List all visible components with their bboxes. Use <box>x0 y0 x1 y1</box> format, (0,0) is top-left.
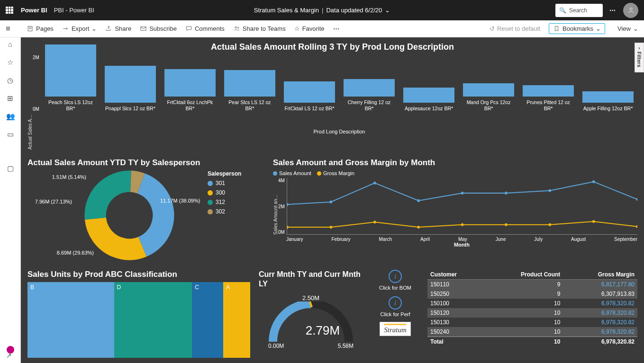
svg-point-0 <box>630 8 632 10</box>
expand-icon[interactable]: ↗ <box>6 352 12 359</box>
table-row[interactable]: 150130106,978,320.82 <box>427 318 637 327</box>
treemap-cell[interactable]: A <box>223 282 250 358</box>
learn-icon[interactable]: ▭ <box>6 130 15 139</box>
legend-item[interactable]: 302 <box>208 208 241 215</box>
favorite-button[interactable]: ☆Favorite <box>294 25 325 32</box>
svg-point-12 <box>330 201 333 204</box>
bar[interactable]: Pear Slcs LS 12 oz BR* <box>224 70 275 112</box>
table-row[interactable]: 150120106,978,320.82 <box>427 308 637 318</box>
bookmarks-button[interactable]: Bookmarks⌄ <box>549 23 605 34</box>
line-x-axis-label: Month <box>286 242 637 248</box>
home-icon[interactable]: ⌂ <box>6 40 15 49</box>
data-updated: Data updated 6/2/20 <box>326 7 382 14</box>
legend-item[interactable]: 312 <box>208 199 241 205</box>
svg-point-16 <box>505 192 508 195</box>
donut-chart[interactable]: Actual Sales Amount YTD TY by Salesperso… <box>27 158 264 260</box>
reset-icon: ↺ <box>490 25 495 32</box>
col-margin[interactable]: Gross Margin <box>563 270 637 280</box>
share-teams-button[interactable]: Share to Teams <box>233 25 286 32</box>
bar[interactable]: Applesauce 12oz BR* <box>403 88 454 112</box>
table-row[interactable]: 15011096,817,177.80 <box>427 280 637 290</box>
col-count[interactable]: Product Count <box>484 270 563 280</box>
search-placeholder: Search <box>569 7 587 14</box>
gauge-max: 5.58M <box>338 343 354 349</box>
search-input[interactable]: 🔍 Search <box>555 4 603 17</box>
svg-point-13 <box>373 182 376 185</box>
treemap-chart[interactable]: Sales Units by Prod ABC Classification B… <box>27 270 250 358</box>
star-icon: ☆ <box>294 25 300 32</box>
chevron-down-icon: ⌄ <box>91 25 97 32</box>
svg-point-17 <box>548 189 551 192</box>
bar[interactable]: Mand Org Pcs 12oz BR* <box>463 83 514 112</box>
svg-point-11 <box>287 203 289 206</box>
report-title-dropdown[interactable]: Stratum Sales & Margin | Data updated 6/… <box>254 7 390 14</box>
bar-chart[interactable]: Actual Sales A… 2M0M Peach Slcs LS 12oz … <box>27 55 637 150</box>
workspaces-icon[interactable]: ▢ <box>6 164 15 173</box>
gauge-chart[interactable]: Curr Mnth TY and Curr Mnth LY 2.50M 2.79… <box>259 270 363 360</box>
bar[interactable]: FrtCktail LS 12 oz BR* <box>284 81 335 112</box>
comments-button[interactable]: Comments <box>185 25 225 32</box>
table-row[interactable]: 150100106,978,320.82 <box>427 299 637 308</box>
svg-point-23 <box>417 226 420 229</box>
hamburger-icon[interactable]: ≡ <box>6 24 10 33</box>
gauge-min: 0.00M <box>268 343 284 349</box>
more-options-icon[interactable]: ⋯ <box>609 7 617 14</box>
info-bom-button[interactable]: i <box>389 270 402 283</box>
app-name: Power BI <box>21 7 47 14</box>
favorites-icon[interactable]: ☆ <box>6 58 15 67</box>
svg-point-19 <box>636 198 637 201</box>
pages-button[interactable]: Pages <box>27 25 54 32</box>
treemap-cell[interactable]: B <box>27 282 114 358</box>
line-y-axis-label: Sales Amount an… <box>273 178 278 235</box>
bar[interactable]: Cherry Filling 12 oz BR* <box>344 79 395 112</box>
col-customer[interactable]: Customer <box>427 270 484 280</box>
table-row[interactable]: 15025096,307,913.83 <box>427 289 637 299</box>
avatar[interactable] <box>623 3 638 18</box>
shared-icon[interactable]: 👥 <box>6 112 15 121</box>
bar-x-axis-label: Prod Long Description <box>41 129 637 134</box>
svg-point-6 <box>237 27 239 28</box>
svg-point-27 <box>592 220 595 223</box>
svg-point-15 <box>461 192 464 195</box>
bar[interactable]: Pnappl Slcs 12 oz BR* <box>105 66 156 112</box>
legend-item[interactable]: 301 <box>208 180 241 186</box>
gauge-target: 2.50M <box>302 294 319 301</box>
filters-pane-toggle[interactable]: ‹Filters <box>635 43 644 72</box>
chevron-down-icon: ⌄ <box>385 7 390 14</box>
legend-item[interactable]: Sales Amount <box>273 170 311 176</box>
share-button[interactable]: Share <box>105 25 131 32</box>
stratum-logo: Stratum <box>380 322 411 336</box>
svg-point-22 <box>373 221 376 223</box>
line-chart[interactable]: Sales Amount and Gross Margin by Month S… <box>273 158 637 260</box>
data-table[interactable]: Customer Product Count Gross Margin 1501… <box>427 270 637 346</box>
svg-point-24 <box>461 223 464 226</box>
info-perf-button[interactable]: i <box>389 296 402 310</box>
legend-item[interactable]: Gross Margin <box>317 170 354 176</box>
report-canvas: Actual Sales Amount Rolling 3 TY by Prod… <box>21 37 644 363</box>
legend-item[interactable]: 300 <box>208 189 241 196</box>
toolbar-more-icon[interactable]: ⋯ <box>333 25 340 32</box>
svg-point-20 <box>287 226 289 229</box>
apps-icon[interactable]: ⊞ <box>6 94 15 103</box>
bar[interactable]: Prunes Pitted 12 oz BR* <box>523 85 574 112</box>
treemap-title: Sales Units by Prod ABC Classification <box>27 270 250 279</box>
global-header: Power BI PBI - Power BI Stratum Sales & … <box>0 0 644 20</box>
reset-default-button[interactable]: ↺Reset to default <box>490 25 540 32</box>
workspace-name[interactable]: PBI - Power BI <box>54 7 94 14</box>
donut-title: Actual Sales Amount YTD TY by Salesperso… <box>27 158 264 168</box>
bar[interactable]: Peach Slcs LS 12oz BR* <box>45 44 96 112</box>
treemap-cell[interactable]: C <box>192 282 223 358</box>
app-launcher-icon[interactable] <box>6 7 13 14</box>
table-row[interactable]: 150240106,978,320.82 <box>427 327 637 337</box>
chevron-down-icon: ⌄ <box>633 25 638 32</box>
subscribe-button[interactable]: Subscribe <box>140 25 177 32</box>
view-button[interactable]: View⌄ <box>617 25 638 32</box>
gauge-title: Curr Mnth TY and Curr Mnth LY <box>259 270 363 289</box>
search-icon: 🔍 <box>559 7 566 14</box>
recent-icon[interactable]: ◷ <box>6 76 15 85</box>
bar[interactable]: Apple Filling 12oz BR* <box>582 91 634 112</box>
treemap-cell[interactable]: D <box>114 282 192 358</box>
export-button[interactable]: Export⌄ <box>62 25 97 32</box>
svg-point-28 <box>636 225 637 228</box>
bar[interactable]: FrtCktail 6oz LnchPk BR* <box>164 69 216 112</box>
